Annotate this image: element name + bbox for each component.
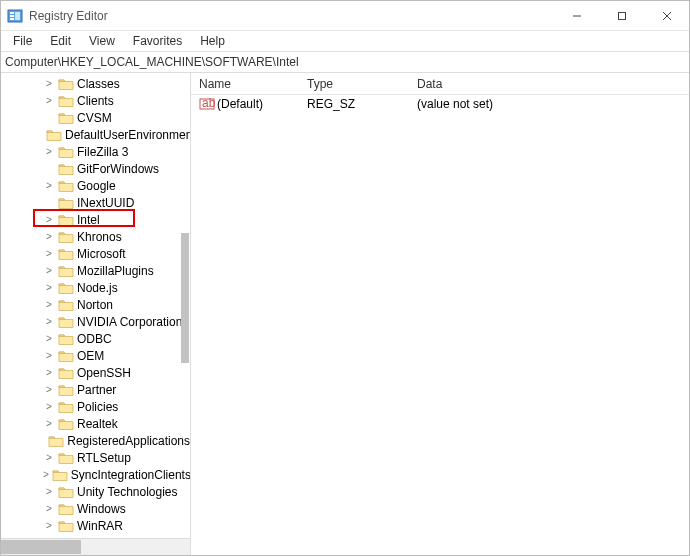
folder-icon — [58, 349, 74, 363]
vertical-scrollbar[interactable] — [180, 73, 190, 521]
menu-edit[interactable]: Edit — [42, 32, 79, 50]
tree-item-rtlsetup[interactable]: >RTLSetup — [1, 449, 190, 466]
tree-item-label: Intel — [77, 213, 100, 227]
tree-item-label: Node.js — [77, 281, 118, 295]
tree-pane: >Classes>ClientsCVSMDefaultUserEnvironme… — [1, 73, 191, 555]
expander-icon[interactable]: > — [43, 351, 55, 361]
expander-icon[interactable]: > — [43, 453, 55, 463]
tree-item-partner[interactable]: >Partner — [1, 381, 190, 398]
tree-item-label: Realtek — [77, 417, 118, 431]
folder-icon — [58, 179, 74, 193]
tree-item-defaultuserenvironment[interactable]: DefaultUserEnvironment — [1, 126, 190, 143]
tree-item-filezilla-3[interactable]: >FileZilla 3 — [1, 143, 190, 160]
close-button[interactable] — [644, 1, 689, 30]
svg-rect-3 — [10, 18, 14, 20]
expander-icon[interactable]: > — [43, 368, 55, 378]
folder-icon — [52, 468, 68, 482]
svg-rect-1 — [10, 12, 14, 14]
list-header: Name Type Data — [191, 73, 689, 95]
tree-item-inextuuid[interactable]: INextUUID — [1, 194, 190, 211]
tree-item-intel[interactable]: >Intel — [1, 211, 190, 228]
folder-icon — [58, 162, 74, 176]
tree-item-node-js[interactable]: >Node.js — [1, 279, 190, 296]
menu-file[interactable]: File — [5, 32, 40, 50]
tree-item-policies[interactable]: >Policies — [1, 398, 190, 415]
folder-icon — [58, 77, 74, 91]
svg-rect-4 — [15, 12, 20, 20]
tree-item-odbc[interactable]: >ODBC — [1, 330, 190, 347]
tree-item-syncintegrationclients[interactable]: >SyncIntegrationClients — [1, 466, 190, 483]
folder-icon — [58, 230, 74, 244]
tree-item-cvsm[interactable]: CVSM — [1, 109, 190, 126]
tree-item-khronos[interactable]: >Khronos — [1, 228, 190, 245]
folder-icon — [58, 366, 74, 380]
expander-icon[interactable]: > — [43, 215, 55, 225]
tree-item-label: Classes — [77, 77, 120, 91]
address-bar[interactable]: Computer\HKEY_LOCAL_MACHINE\SOFTWARE\Int… — [1, 51, 689, 73]
tree-item-label: SyncIntegrationClients — [71, 468, 190, 482]
expander-icon[interactable]: > — [43, 385, 55, 395]
tree-item-label: Khronos — [77, 230, 122, 244]
expander-icon[interactable]: > — [43, 470, 49, 480]
svg-text:ab: ab — [202, 97, 215, 110]
column-header-name[interactable]: Name — [191, 77, 299, 91]
tree-item-realtek[interactable]: >Realtek — [1, 415, 190, 432]
tree-item-norton[interactable]: >Norton — [1, 296, 190, 313]
expander-icon[interactable]: > — [43, 402, 55, 412]
expander-icon[interactable]: > — [43, 147, 55, 157]
cell-data: (value not set) — [409, 97, 689, 111]
tree-item-gitforwindows[interactable]: GitForWindows — [1, 160, 190, 177]
expander-icon[interactable]: > — [43, 266, 55, 276]
app-icon — [7, 8, 23, 24]
horizontal-scrollbar[interactable] — [1, 538, 190, 555]
expander-icon[interactable]: > — [43, 300, 55, 310]
column-header-data[interactable]: Data — [409, 77, 689, 91]
column-header-type[interactable]: Type — [299, 77, 409, 91]
folder-icon — [46, 128, 62, 142]
horizontal-scrollbar-thumb[interactable] — [1, 540, 81, 554]
tree-item-nvidia-corporation[interactable]: >NVIDIA Corporation — [1, 313, 190, 330]
expander-icon[interactable]: > — [43, 249, 55, 259]
folder-icon — [48, 434, 64, 448]
svg-rect-6 — [618, 12, 625, 19]
tree-item-label: Clients — [77, 94, 114, 108]
expander-icon[interactable]: > — [43, 96, 55, 106]
folder-icon — [58, 400, 74, 414]
menu-view[interactable]: View — [81, 32, 123, 50]
menu-favorites[interactable]: Favorites — [125, 32, 190, 50]
tree-item-microsoft[interactable]: >Microsoft — [1, 245, 190, 262]
minimize-button[interactable] — [554, 1, 599, 30]
tree-item-unity-technologies[interactable]: >Unity Technologies — [1, 483, 190, 500]
expander-icon[interactable]: > — [43, 334, 55, 344]
vertical-scrollbar-thumb[interactable] — [181, 233, 189, 363]
tree-item-google[interactable]: >Google — [1, 177, 190, 194]
tree-item-classes[interactable]: >Classes — [1, 75, 190, 92]
folder-icon — [58, 315, 74, 329]
folder-icon — [58, 451, 74, 465]
list-row[interactable]: ab(Default)REG_SZ(value not set) — [191, 95, 689, 113]
expander-icon[interactable]: > — [43, 317, 55, 327]
tree-item-winrar[interactable]: >WinRAR — [1, 517, 190, 534]
tree-item-oem[interactable]: >OEM — [1, 347, 190, 364]
tree-item-clients[interactable]: >Clients — [1, 92, 190, 109]
expander-icon[interactable]: > — [43, 283, 55, 293]
tree-item-openssh[interactable]: >OpenSSH — [1, 364, 190, 381]
tree-item-registeredapplications[interactable]: RegisteredApplications — [1, 432, 190, 449]
expander-icon[interactable]: > — [43, 419, 55, 429]
expander-icon[interactable]: > — [43, 181, 55, 191]
tree-scroll[interactable]: >Classes>ClientsCVSMDefaultUserEnvironme… — [1, 73, 190, 538]
content-area: >Classes>ClientsCVSMDefaultUserEnvironme… — [1, 73, 689, 555]
tree-item-label: Unity Technologies — [77, 485, 178, 499]
expander-icon[interactable]: > — [43, 79, 55, 89]
window: Registry Editor File Edit View Favorites… — [0, 0, 690, 556]
expander-icon[interactable]: > — [43, 504, 55, 514]
list-pane: Name Type Data ab(Default)REG_SZ(value n… — [191, 73, 689, 555]
maximize-button[interactable] — [599, 1, 644, 30]
folder-icon — [58, 417, 74, 431]
tree-item-windows[interactable]: >Windows — [1, 500, 190, 517]
tree-item-mozillaplugins[interactable]: >MozillaPlugins — [1, 262, 190, 279]
expander-icon[interactable]: > — [43, 521, 55, 531]
expander-icon[interactable]: > — [43, 487, 55, 497]
expander-icon[interactable]: > — [43, 232, 55, 242]
menu-help[interactable]: Help — [192, 32, 233, 50]
